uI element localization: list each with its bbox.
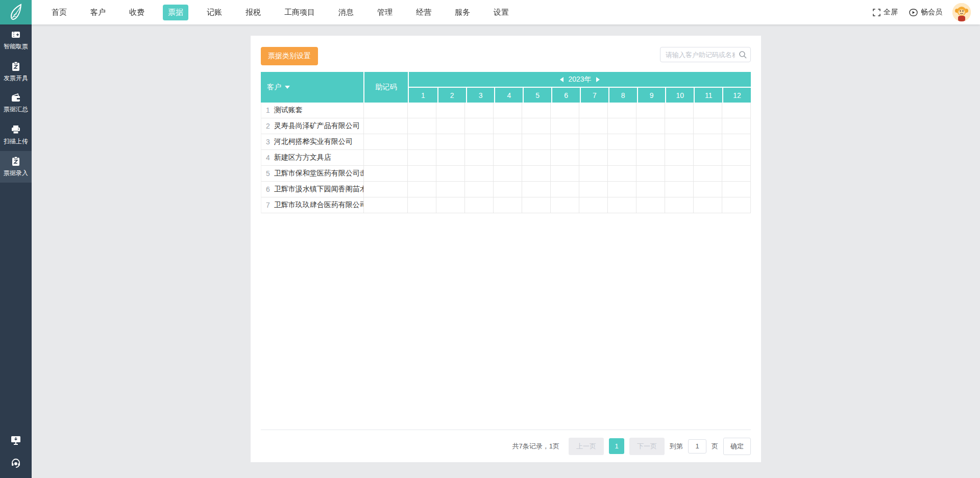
month-cell	[464, 150, 493, 165]
fullscreen-button[interactable]: 全屏	[873, 8, 898, 17]
month-cell	[579, 182, 607, 197]
prev-page-button[interactable]: 上一页	[569, 438, 604, 455]
table-row[interactable]: 4 新建区方方文具店	[261, 150, 750, 166]
nav-item-business-projects[interactable]: 工商项目	[279, 5, 320, 20]
user-avatar[interactable]	[952, 3, 971, 21]
row-index: 5	[266, 169, 270, 178]
nav-item-services[interactable]: 服务	[450, 5, 475, 20]
customer-cell: 7 卫辉市玖玖肆合医药有限公司	[261, 197, 363, 213]
customer-name: 卫辉市保和堂医药有限公司击磬...	[274, 169, 363, 178]
member-label: 畅会员	[921, 8, 942, 17]
month-cell	[407, 166, 436, 181]
customer-cell: 3 河北柯搭桦实业有限公司	[261, 134, 363, 149]
sidebar-item-bill-summary[interactable]: 票据汇总	[0, 88, 32, 119]
month-cell	[722, 166, 750, 181]
month-cell	[464, 118, 493, 134]
current-page-button[interactable]: 1	[609, 438, 624, 454]
nav-item-customers[interactable]: 客户	[85, 5, 111, 20]
table-row[interactable]: 7 卫辉市玖玖肆合医药有限公司	[261, 197, 750, 213]
mnemonic-cell	[363, 166, 407, 181]
month-cell	[436, 134, 464, 149]
mnemonic-cell	[363, 150, 407, 165]
customer-service-button[interactable]	[0, 451, 32, 474]
next-page-button[interactable]: 下一页	[629, 438, 665, 455]
month-header: 5	[523, 88, 551, 103]
toolbar: 票据类别设置	[251, 36, 761, 65]
nav-item-management[interactable]: 管理	[372, 5, 398, 20]
month-cells	[407, 134, 750, 149]
month-cell	[550, 134, 579, 149]
bill-category-settings-button[interactable]: 票据类别设置	[261, 47, 318, 65]
mnemonic-cell	[363, 134, 407, 149]
feather-logo-icon	[8, 4, 23, 21]
sidebar-item-invoice-issue[interactable]: 发票开具	[0, 56, 32, 88]
app-logo[interactable]	[0, 0, 32, 24]
month-cell	[550, 118, 579, 134]
month-cell	[493, 182, 522, 197]
customer-name: 新建区方方文具店	[274, 153, 331, 162]
month-cell	[522, 197, 550, 213]
nav-item-fees[interactable]: 收费	[124, 5, 150, 20]
bill-summary-icon	[11, 93, 21, 103]
table-row[interactable]: 6 卫辉市汲水镇下园闻香阁苗木种...	[261, 182, 750, 197]
month-cell	[636, 150, 665, 165]
bill-entry-icon	[11, 156, 20, 166]
month-cell	[636, 103, 665, 118]
sidebar-item-label: 票据汇总	[4, 105, 28, 114]
month-cell	[665, 197, 693, 213]
nav-item-bills[interactable]: 票据	[163, 5, 188, 20]
table-row[interactable]: 3 河北柯搭桦实业有限公司	[261, 134, 750, 150]
nav-item-home[interactable]: 首页	[46, 5, 72, 20]
nav-item-tax[interactable]: 报税	[240, 5, 266, 20]
month-cell	[607, 182, 636, 197]
nav-item-messages[interactable]: 消息	[333, 5, 359, 20]
sidebar-item-bill-entry[interactable]: 票据录入	[0, 151, 32, 183]
caret-down-icon	[285, 86, 290, 89]
mnemonic-cell	[363, 197, 407, 213]
client-download-button[interactable]	[0, 429, 32, 451]
month-cell	[722, 197, 750, 213]
next-year-icon[interactable]	[596, 77, 600, 82]
month-cell	[607, 134, 636, 149]
customer-column-header[interactable]: 客户	[261, 72, 363, 103]
month-cell	[493, 197, 522, 213]
record-count-summary: 共7条记录，1页	[512, 442, 559, 451]
month-cell	[636, 197, 665, 213]
search-input[interactable]	[660, 47, 751, 62]
table-row[interactable]: 5 卫辉市保和堂医药有限公司击磬...	[261, 166, 750, 182]
nav-item-operations[interactable]: 经营	[411, 5, 436, 20]
smart-ticket-icon	[11, 30, 21, 40]
prev-year-icon[interactable]	[560, 77, 564, 82]
customer-name: 灵寿县尚泽矿产品有限公司	[274, 121, 360, 131]
month-cell	[407, 118, 436, 134]
search-icon[interactable]	[739, 51, 747, 59]
month-cell	[436, 103, 464, 118]
month-cells	[407, 166, 750, 181]
nav-item-bookkeeping[interactable]: 记账	[202, 5, 227, 20]
month-cell	[722, 103, 750, 118]
fullscreen-label: 全屏	[884, 8, 898, 17]
month-cell	[665, 182, 693, 197]
month-cells	[407, 182, 750, 197]
table-row[interactable]: 1 测试账套	[261, 103, 750, 118]
confirm-page-button[interactable]: 确定	[723, 438, 751, 455]
month-cell	[407, 197, 436, 213]
month-cell	[522, 103, 550, 118]
month-cell	[436, 118, 464, 134]
month-header: 10	[665, 88, 694, 103]
goto-page-input[interactable]	[688, 439, 706, 454]
month-cell	[464, 134, 493, 149]
member-button[interactable]: 畅会员	[909, 8, 942, 17]
sidebar-item-scan-upload[interactable]: 扫描上传	[0, 119, 32, 151]
month-cell	[607, 197, 636, 213]
nav-item-settings[interactable]: 设置	[488, 5, 514, 20]
row-index: 6	[266, 185, 270, 193]
customer-cell: 5 卫辉市保和堂医药有限公司击磬...	[261, 166, 363, 181]
month-cell	[665, 150, 693, 165]
month-header: 4	[494, 88, 523, 103]
table-body: 1 测试账套 2 灵寿县尚泽矿产品有限公司 3	[261, 103, 751, 213]
table-row[interactable]: 2 灵寿县尚泽矿产品有限公司	[261, 118, 750, 134]
month-cells	[407, 150, 750, 165]
sidebar-item-smart-ticket[interactable]: 智能取票	[0, 24, 32, 56]
month-cell	[693, 103, 722, 118]
